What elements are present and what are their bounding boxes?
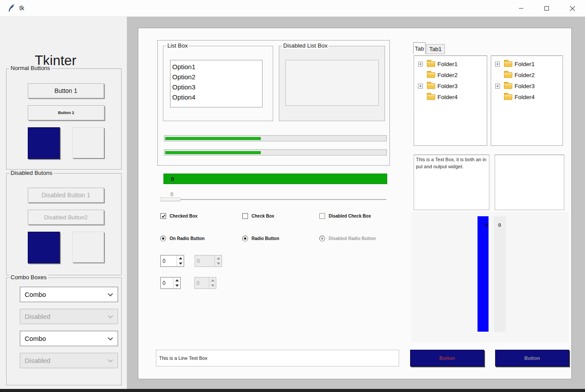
disabled-buttons-group-label: Disabled Butons (9, 170, 54, 176)
tree-item-folder1[interactable]: Folder1 (491, 59, 563, 70)
expand-plus-icon[interactable] (418, 62, 423, 67)
tree-item-label: Folder3 (515, 83, 535, 89)
spinbox-value: 0 (161, 277, 173, 288)
maximize-button[interactable] (534, 0, 559, 17)
listbox-option[interactable]: Option1 (172, 62, 262, 72)
desktop-strip (0, 389, 585, 392)
disabled-list-box-group-label: Disabled List Box (282, 42, 329, 49)
listbox-option[interactable]: Option2 (172, 72, 262, 82)
radio-icon (319, 236, 325, 241)
spin-up-button[interactable] (174, 277, 180, 283)
disabled-buttons-group: Disabled Butons Disabled Button 1 Disabl… (6, 173, 122, 275)
combo-boxes-group-label: Combo Boxes (9, 274, 48, 281)
folder-icon (504, 94, 512, 100)
tree-item-label: Folder1 (515, 61, 535, 67)
treeview-2: Folder1 Folder2 Folder3 Folder4 (491, 55, 563, 146)
expand-plus-icon[interactable] (418, 84, 423, 89)
white-color-button-disabled (72, 232, 104, 263)
spin-up-button (215, 255, 222, 261)
tree-item-folder4[interactable]: Folder4 (491, 92, 563, 103)
tree-item-folder3[interactable]: Folder3 (491, 81, 563, 92)
listbox-progress-frame: List Box Option1 Option2 Option3 Option4… (157, 40, 390, 166)
folder-icon (427, 61, 435, 67)
disabled-button-1: Disabled Button 1 (28, 188, 104, 203)
tree-item-folder2[interactable]: Folder2 (414, 70, 487, 81)
maximize-icon (544, 6, 549, 11)
tree-item-folder3[interactable]: Folder3 (414, 81, 487, 92)
normal-buttons-group: Normal Buttons Button 1 Button 2 (6, 68, 122, 170)
folder-icon (427, 72, 435, 78)
spin-up-button[interactable] (177, 255, 184, 261)
navy-button-enabled[interactable]: Button (410, 350, 484, 366)
spinbox-value: 0 (195, 277, 209, 288)
combo-box-disabled-1-value: Disabled (25, 313, 50, 320)
tree-item-folder4[interactable]: Folder4 (414, 92, 487, 103)
treeview-1: Folder1 Folder2 Folder3 Folder4 (414, 55, 487, 146)
radio-on-radio-button[interactable]: On Radio Button (160, 236, 204, 241)
combo-box-disabled-2-value: Disabled (25, 357, 50, 364)
line-text-input[interactable] (156, 350, 399, 366)
spinbox-1[interactable]: 0 (160, 255, 184, 267)
spinbox-3[interactable]: 0 (160, 277, 181, 289)
tk-window: tk Tkinter Normal Buttons Button 1 Butto… (0, 0, 585, 392)
chevron-down-icon (107, 315, 113, 318)
checkbox-disabled-check-box: Disabled Check Box (319, 213, 371, 219)
check-icon (161, 214, 166, 218)
progressbar-2 (164, 149, 387, 155)
slider-track[interactable] (160, 199, 386, 200)
progressbar-1-fill (165, 137, 261, 140)
radio-label: Radio Button (252, 236, 279, 241)
tree-item-label: Folder3 (437, 83, 458, 89)
listbox-option[interactable]: Option4 (172, 92, 262, 102)
close-icon (570, 6, 575, 11)
combo-box-2[interactable]: Combo (20, 331, 118, 346)
radio-radio-button[interactable]: Radio Button (242, 236, 279, 241)
progressbar-2-fill (165, 151, 261, 154)
button-2[interactable]: Button 2 (28, 105, 104, 120)
listbox-option[interactable]: Option3 (172, 82, 262, 92)
spin-up-button (209, 277, 216, 283)
tree-item-folder2[interactable]: Folder2 (491, 70, 563, 81)
tree-item-folder1[interactable]: Folder1 (414, 59, 487, 70)
tree-item-label: Folder2 (437, 72, 458, 78)
radio-label: Disabled Radio Button (329, 236, 376, 241)
combo-boxes-group: Combo Boxes Combo Disabled Combo Disable… (6, 277, 122, 385)
button-1[interactable]: Button 1 (28, 83, 104, 98)
list-box-group: List Box Option1 Option2 Option3 Option4 (163, 46, 273, 121)
progressbar-1 (164, 135, 387, 141)
spin-down-button[interactable] (174, 283, 180, 289)
checkbox-icon (160, 213, 166, 219)
checkbox-check-box[interactable]: Check Box (242, 213, 274, 219)
radio-icon (242, 236, 248, 241)
expand-plus-icon[interactable] (495, 84, 500, 89)
slider-value: 0 (170, 192, 173, 197)
green-scale[interactable]: 0 (163, 174, 387, 184)
folder-icon (504, 72, 512, 78)
radio-icon (160, 236, 166, 241)
checkbox-checked-box[interactable]: Checked Box (160, 213, 197, 219)
minimize-button[interactable] (508, 0, 534, 17)
checkbox-label: Disabled Check Box (329, 214, 371, 218)
expand-plus-icon[interactable] (495, 62, 500, 67)
tab-tab[interactable]: Tab (413, 42, 426, 54)
disabled-list-box (285, 60, 379, 106)
tab-tab1[interactable]: Tab1 (426, 44, 445, 54)
chevron-down-icon (107, 293, 113, 296)
white-color-button[interactable] (72, 127, 104, 158)
blue-vertical-slider[interactable]: 0 (478, 216, 489, 332)
navy-color-button[interactable] (28, 127, 60, 159)
close-button[interactable] (559, 0, 585, 17)
normal-buttons-group-label: Normal Buttons (9, 65, 52, 71)
disabled-button-2: Disabled Button2 (28, 210, 104, 225)
empty-text-box[interactable] (495, 155, 564, 210)
combo-box-disabled-2: Disabled (20, 353, 118, 368)
combo-box-1[interactable]: Combo (20, 287, 118, 302)
navy-button-disabled: Button (495, 350, 569, 366)
spin-down-button[interactable] (177, 261, 184, 267)
text-box[interactable]: This is a Text Box, it is both an input … (414, 155, 489, 210)
minimize-icon (518, 6, 524, 11)
blue-slider-value: 0 (485, 222, 488, 228)
green-scale-value: 0 (171, 176, 174, 182)
slider-handle[interactable] (160, 197, 181, 201)
radio-label: On Radio Button (170, 236, 204, 241)
